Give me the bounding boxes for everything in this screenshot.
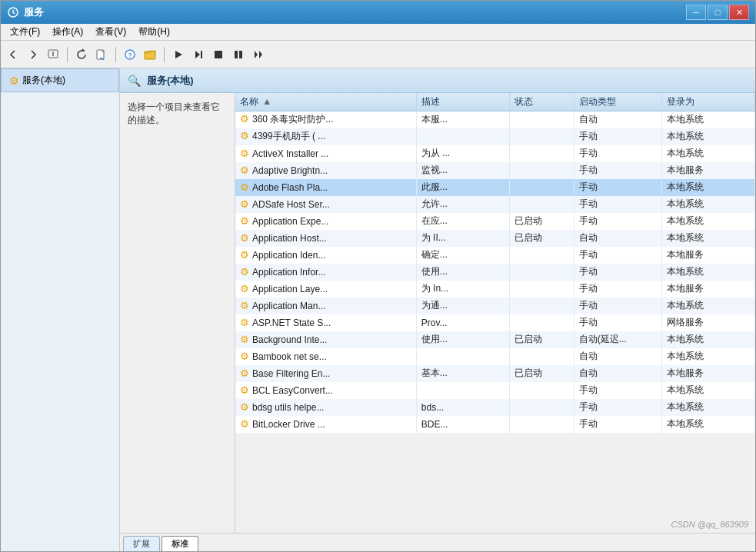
cell-desc: bds...	[416, 399, 509, 416]
table-row[interactable]: ⚙BitLocker Drive ...BDE...手动本地系统	[235, 416, 755, 433]
cell-login: 本地系统	[661, 111, 754, 128]
forward-icon	[27, 48, 39, 61]
table-row[interactable]: ⚙Bambook net se...自动本地系统	[235, 348, 755, 365]
menu-file[interactable]: 文件(F)	[4, 24, 46, 40]
title-controls: ─ □ ✕	[686, 5, 749, 20]
cell-startup: 手动	[574, 145, 661, 162]
cell-startup: 手动	[574, 314, 661, 331]
cell-login: 本地系统	[661, 348, 754, 365]
cell-desc	[416, 348, 509, 365]
description-text: 选择一个项目来查看它的描述。	[128, 101, 220, 125]
back-button[interactable]	[4, 45, 22, 64]
svg-rect-10	[215, 51, 222, 58]
cell-name: ⚙Application Iden...	[235, 247, 416, 264]
sidebar-item-local-services[interactable]: ⚙ 服务(本地)	[1, 68, 119, 92]
table-row[interactable]: ⚙Adobe Flash Pla...此服...手动本地系统	[235, 179, 755, 196]
cell-desc: 本服...	[416, 111, 509, 128]
cell-login: 本地系统	[661, 196, 754, 213]
cell-status	[510, 111, 574, 128]
refresh-button[interactable]	[72, 45, 91, 64]
table-row[interactable]: ⚙Base Filtering En...基本...已启动自动本地服务	[235, 365, 755, 382]
cell-login: 本地系统	[661, 399, 754, 416]
cell-status	[510, 399, 574, 416]
play-button[interactable]	[169, 45, 188, 64]
tab-standard[interactable]: 标准	[162, 536, 198, 551]
close-button[interactable]: ✕	[729, 5, 749, 20]
export-button[interactable]	[92, 45, 111, 64]
cell-desc: 为从 ...	[416, 145, 509, 162]
table-row[interactable]: ⚙Application Iden...确定...手动本地服务	[235, 247, 755, 264]
cell-name: ⚙Background Inte...	[235, 331, 416, 348]
cell-startup: 自动	[574, 348, 661, 365]
service-icon: ⚙	[240, 351, 249, 362]
cell-startup: 手动	[574, 213, 661, 230]
folder-button[interactable]	[141, 45, 159, 64]
cell-startup: 手动	[574, 247, 661, 264]
menu-action[interactable]: 操作(A)	[46, 24, 89, 40]
service-icon: ⚙	[240, 130, 249, 141]
cell-name: ⚙Application Infor...	[235, 264, 416, 281]
table-row[interactable]: ⚙Application Infor...使用...手动本地系统	[235, 264, 755, 281]
cell-status	[510, 416, 574, 433]
cell-login: 本地系统	[661, 145, 754, 162]
table-row[interactable]: ⚙bdsg utils helpe...bds...手动本地系统	[235, 399, 755, 416]
play-icon	[172, 48, 185, 61]
table-row[interactable]: ⚙BCL EasyConvert...手动本地系统	[235, 382, 755, 399]
cell-status	[510, 314, 574, 331]
table-row[interactable]: ⚙Background Inte...使用...已启动自动(延迟...本地系统	[235, 331, 755, 348]
table-row[interactable]: ⚙360 杀毒实时防护...本服...自动本地系统	[235, 111, 755, 128]
restore-button[interactable]: □	[708, 5, 728, 20]
table-row[interactable]: ⚙Application Expe...在应...已启动手动本地系统	[235, 213, 755, 230]
service-icon: ⚙	[240, 181, 249, 193]
table-row[interactable]: ⚙Application Man...为通...手动本地系统	[235, 298, 755, 314]
pause-button[interactable]	[229, 45, 248, 64]
cell-desc: 使用...	[416, 264, 509, 281]
cell-status	[510, 247, 574, 264]
panel-header: 🔍 服务(本地)	[120, 68, 755, 93]
svg-marker-14	[259, 51, 262, 58]
forward-button[interactable]	[24, 45, 42, 64]
table-row[interactable]: ⚙ASP.NET State S...Prov...手动网络服务	[235, 314, 755, 331]
svg-marker-7	[175, 51, 182, 58]
col-header-login[interactable]: 登录为	[661, 93, 754, 111]
table-row[interactable]: ⚙4399手机助手 ( ...手动本地系统	[235, 128, 755, 145]
svg-text:?: ?	[128, 52, 132, 59]
cell-login: 本地系统	[661, 179, 754, 196]
table-container[interactable]: 名称 ▲ 描述 状态 启动类型 登录为 ⚙360 杀毒实时防护...本服...自…	[235, 93, 755, 533]
cell-login: 本地服务	[661, 281, 754, 298]
right-panel: 🔍 服务(本地) 选择一个项目来查看它的描述。 名称	[120, 68, 755, 551]
stop-icon	[212, 48, 225, 61]
menu-view[interactable]: 查看(V)	[89, 24, 132, 40]
table-row[interactable]: ⚙ActiveX Installer ...为从 ...手动本地系统	[235, 145, 755, 162]
table-row[interactable]: ⚙Adaptive Brightn...监视...手动本地服务	[235, 162, 755, 179]
restart-button[interactable]	[249, 45, 268, 64]
toolbar-separator-1	[67, 47, 68, 62]
service-icon: ⚙	[240, 384, 249, 396]
refresh-icon	[75, 48, 88, 61]
table-row[interactable]: ⚙ADSafe Host Ser...允许...手动本地系统	[235, 196, 755, 213]
up-button[interactable]	[44, 45, 62, 64]
help-button[interactable]: ?	[121, 45, 139, 64]
table-row[interactable]: ⚙Application Host...为 II...已启动自动本地系统	[235, 230, 755, 247]
title-bar-left: 服务	[7, 5, 44, 19]
cell-login: 本地系统	[661, 264, 754, 281]
sidebar-item-label: 服务(本地)	[22, 74, 65, 87]
cell-status	[510, 382, 574, 399]
col-header-name[interactable]: 名称 ▲	[235, 93, 416, 111]
col-header-startup[interactable]: 启动类型	[574, 93, 661, 111]
menu-help[interactable]: 帮助(H)	[132, 24, 176, 40]
col-header-status[interactable]: 状态	[510, 93, 574, 111]
play2-button[interactable]	[189, 45, 208, 64]
description-panel: 选择一个项目来查看它的描述。	[120, 93, 235, 533]
cell-startup: 自动	[574, 111, 661, 128]
stop-button[interactable]	[209, 45, 228, 64]
cell-name: ⚙ASP.NET State S...	[235, 314, 416, 331]
minimize-button[interactable]: ─	[686, 5, 706, 20]
toolbar-separator-2	[115, 47, 116, 62]
cell-desc: 监视...	[416, 162, 509, 179]
table-row[interactable]: ⚙Application Laye...为 In...手动本地服务	[235, 281, 755, 298]
tab-expand[interactable]: 扩展	[123, 536, 160, 551]
cell-login: 本地服务	[661, 247, 754, 264]
col-header-desc[interactable]: 描述	[416, 93, 509, 111]
cell-status	[510, 348, 574, 365]
